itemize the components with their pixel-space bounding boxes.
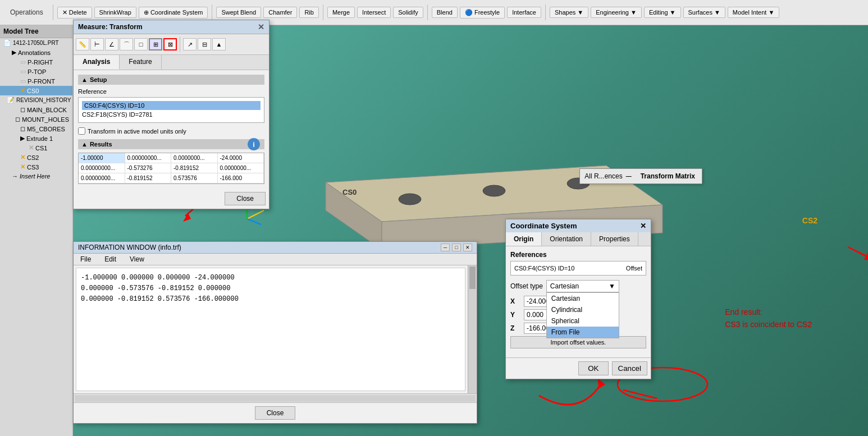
- tree-item-cs3[interactable]: ✕ CS3: [0, 162, 72, 172]
- result-cell-0-3: -24.0000: [218, 153, 264, 163]
- intersect-btn[interactable]: Intersect: [357, 7, 391, 18]
- toolbar-highlighted-btn[interactable]: ⊠: [163, 38, 177, 51]
- info-line-2: 0.000000 -0.819152 0.573576 -166.000000: [81, 294, 460, 305]
- merge-btn[interactable]: Merge: [327, 7, 355, 18]
- tree-item-cs2[interactable]: ✕ CS2: [0, 153, 72, 162]
- transform-matrix-btn[interactable]: Transform Matrix: [638, 171, 697, 181]
- sep: [180, 36, 180, 52]
- rib-btn[interactable]: Rib: [299, 7, 319, 18]
- result-cell-0-2: 0.0000000...: [171, 153, 218, 163]
- solidify-btn[interactable]: Solidify: [393, 7, 423, 18]
- info-view-menu[interactable]: View: [123, 254, 151, 265]
- cs-dropdown: Cartesian Cylindrical Spherical From Fil…: [546, 292, 619, 338]
- solid-icon3: ◻: [20, 125, 25, 132]
- toolbar-up-btn[interactable]: ▲: [212, 38, 226, 51]
- info-close-btn[interactable]: Close: [255, 406, 296, 420]
- editing-menu[interactable]: Editing ▼: [644, 7, 681, 18]
- info-scrollbar[interactable]: [468, 265, 477, 393]
- result-cell-1-1: -0.573276: [125, 163, 172, 173]
- ref-item-0[interactable]: CS0:F4(CSYS) ID=10: [82, 101, 261, 110]
- reference-box: CS0:F4(CSYS) ID=10 CS2:F18(CSYS) ID=2781: [78, 97, 264, 123]
- cs-option-cylindrical[interactable]: Cylindrical: [547, 304, 619, 315]
- tree-item-cs1[interactable]: ✕ CS1: [0, 143, 72, 153]
- svg-line-8: [247, 219, 261, 224]
- chamfer-btn[interactable]: Chamfer: [263, 7, 297, 18]
- info-file-menu[interactable]: File: [74, 254, 98, 265]
- tree-item-cs0[interactable]: ✕ CS0: [0, 86, 72, 95]
- info-edit-menu[interactable]: Edit: [98, 254, 123, 265]
- surfaces-menu[interactable]: Surfaces ▼: [683, 7, 725, 18]
- result-cell-1-3: 0.0000000...: [218, 163, 264, 173]
- cs-option-fromfile[interactable]: From File: [547, 327, 619, 338]
- toolbar-view-btn[interactable]: ⊟: [198, 38, 211, 51]
- cs-offset-select[interactable]: Cartesian ▼ Cartesian Cylindrical Spheri…: [546, 280, 619, 292]
- info-close-btn[interactable]: ✕: [463, 244, 472, 251]
- info-minimize-btn[interactable]: ─: [441, 244, 450, 251]
- part-icon: 📄: [3, 39, 11, 47]
- cs-offset-type-label: Offset type: [510, 282, 543, 290]
- info-restore-btn[interactable]: □: [452, 244, 461, 251]
- cs0-label: CS0: [342, 188, 357, 196]
- toolbar-area-btn[interactable]: □: [134, 38, 148, 51]
- minimize-btn[interactable]: ─: [626, 172, 632, 181]
- toolbar-ruler-btn[interactable]: 📏: [76, 38, 89, 51]
- cs-cancel-btn[interactable]: Cancel: [612, 361, 648, 375]
- toolbar-angle-btn[interactable]: ∠: [105, 38, 118, 51]
- tree-item-m5cbores[interactable]: ◻ M5_CBORES: [0, 124, 72, 134]
- transform-dialog-close[interactable]: ✕: [258, 22, 264, 31]
- shapes-menu[interactable]: Shapes ▼: [550, 7, 588, 18]
- tree-item-pright[interactable]: ▭ P-RIGHT: [0, 57, 72, 67]
- cs-tab-orientation[interactable]: Orientation: [542, 232, 591, 246]
- tree-item-pfront[interactable]: ▭ P-FRONT: [0, 76, 72, 86]
- cs-dropdown-arrow: ▼: [609, 282, 615, 290]
- units-checkbox[interactable]: [78, 127, 85, 135]
- cs-option-spherical[interactable]: Spherical: [547, 315, 619, 327]
- tree-item-part[interactable]: 📄 1412-17050L.PRT: [0, 38, 72, 48]
- info-hscrollbar[interactable]: [74, 393, 477, 402]
- result-cell-0-0: -1.00000: [79, 153, 125, 163]
- tree-item-ptop[interactable]: ▭ P-TOP: [0, 67, 72, 76]
- tree-item-mountholes[interactable]: ◻ MOUNT_HOLES: [0, 114, 72, 124]
- info-title-controls: ─ □ ✕: [441, 244, 472, 251]
- cs-select-box[interactable]: Cartesian ▼: [546, 280, 619, 292]
- transform-dialog-body: ▲ Setup Reference CS0:F4(CSYS) ID=10 CS2…: [74, 70, 269, 189]
- model-intent-menu[interactable]: Model Intent ▼: [728, 7, 779, 18]
- toolbar-measure-btn[interactable]: ⊢: [90, 38, 104, 51]
- tree-item-extrude1[interactable]: ▶ Extrude 1: [0, 134, 72, 143]
- tree-item-revision[interactable]: 📝 REVISION_HISTORY: [0, 95, 72, 105]
- result-cell-1-0: 0.00000000...: [79, 163, 125, 173]
- collapse-results-icon[interactable]: ▲: [81, 141, 88, 148]
- transform-close-btn[interactable]: Close: [225, 192, 266, 205]
- solid-icon: ◻: [20, 106, 25, 113]
- toolbar-ref-btn[interactable]: ↗: [183, 38, 197, 51]
- operations-menu[interactable]: Operations: [4, 7, 49, 18]
- info-icon-btn[interactable]: i: [248, 138, 260, 150]
- delete-btn[interactable]: ✕ Delete: [57, 7, 92, 19]
- freestyle-btn[interactable]: 🔵 Freestyle: [460, 7, 505, 19]
- ref-item-1[interactable]: CS2:F18(CSYS) ID=2781: [82, 110, 261, 119]
- tree-item-mainblock[interactable]: ◻ MAIN_BLOCK: [0, 105, 72, 114]
- cs-option-cartesian[interactable]: Cartesian: [547, 293, 619, 304]
- interface-btn[interactable]: Interface: [507, 7, 541, 18]
- tab-feature[interactable]: Feature: [120, 55, 161, 70]
- blend-btn[interactable]: Blend: [432, 7, 458, 18]
- tree-item-annotations[interactable]: ▶ Annotations: [0, 48, 72, 57]
- checkbox-row: Transform in active model units only: [78, 127, 264, 135]
- tree-item-insert[interactable]: → Insert Here: [0, 172, 72, 181]
- cs-dialog-close[interactable]: ✕: [640, 222, 646, 230]
- cs-select-value: Cartesian: [550, 282, 579, 290]
- shrinkwrap-btn[interactable]: ShrinkWrap: [94, 7, 136, 18]
- tab-analysis[interactable]: Analysis: [74, 55, 120, 70]
- cs-ok-btn[interactable]: OK: [578, 361, 608, 375]
- engineering-menu[interactable]: Engineering ▼: [591, 7, 642, 18]
- cs-tab-origin[interactable]: Origin: [506, 232, 542, 246]
- swept-blend-btn[interactable]: Swept Blend: [216, 7, 261, 18]
- cs-tab-properties[interactable]: Properties: [591, 232, 638, 246]
- toolbar-transform-btn[interactable]: ⊞: [149, 38, 162, 51]
- transform-tabs: Analysis Feature: [74, 55, 269, 70]
- coordinate-system-btn[interactable]: ⊕ Coordinate System: [139, 7, 208, 19]
- separator-4: [427, 4, 428, 20]
- collapse-icon[interactable]: ▲: [81, 76, 88, 83]
- info-content[interactable]: -1.000000 0.000000 0.000000 -24.000000 0…: [76, 268, 465, 391]
- toolbar-curve-btn[interactable]: ⌒: [120, 38, 133, 51]
